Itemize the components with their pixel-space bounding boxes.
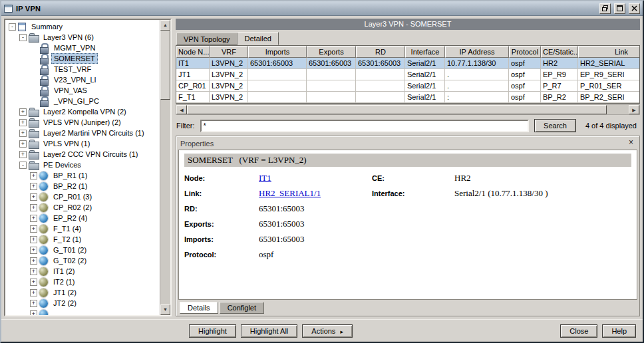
scrollbar-thumb[interactable] (187, 105, 607, 114)
tree-item-label[interactable]: CP_R02 (2) (51, 202, 94, 213)
tree-item[interactable]: +IT1 (2) (7, 266, 160, 277)
tree-item-label[interactable] (51, 312, 56, 315)
table-cell[interactable]: : (445, 92, 509, 103)
table-cell[interactable]: P_R01_SER (578, 80, 640, 92)
tree-item[interactable]: +JT2 (2) (7, 298, 160, 308)
minimize-button[interactable] (599, 3, 611, 14)
table-cell[interactable]: Serial2/1 (405, 58, 445, 69)
highlight-button[interactable]: Highlight (189, 324, 236, 338)
column-header[interactable]: RD (356, 46, 405, 58)
tree-item-label[interactable]: PE Devices (41, 160, 84, 170)
table-cell[interactable] (356, 92, 405, 103)
table-cell[interactable]: 10.77.1.138/30 (445, 58, 509, 69)
expand-toggle-icon[interactable]: + (30, 300, 37, 307)
expand-toggle-icon[interactable]: + (30, 279, 37, 286)
column-header[interactable]: Imports (248, 46, 307, 58)
table-cell[interactable]: ospf (509, 80, 541, 92)
tab-configlet[interactable]: Configlet (220, 302, 264, 314)
tree-item-label[interactable]: Layer3 VPN (6) (41, 32, 96, 43)
tree-item[interactable]: +G_T02 (2) (7, 255, 160, 266)
tree-item-label[interactable]: Summary (29, 21, 65, 32)
table-cell[interactable] (307, 69, 356, 80)
expand-toggle-icon[interactable]: + (30, 172, 37, 179)
search-button[interactable]: Search (534, 119, 576, 132)
tab-details[interactable]: Details (180, 302, 218, 314)
expand-toggle-icon[interactable]: + (30, 247, 37, 254)
tree-item[interactable]: + (7, 308, 160, 315)
expand-toggle-icon[interactable]: + (19, 130, 27, 137)
table-cell[interactable]: L3VPN_2 (210, 80, 248, 92)
table-row[interactable]: F_T1L3VPN_2Serial2/1:ospfBP_R2BP_R2_SERI (176, 92, 640, 103)
scrollbar-thumb[interactable] (160, 31, 170, 100)
scroll-down-button[interactable]: ▼ (160, 304, 170, 315)
table-row[interactable]: JT1L3VPN_2Serial2/1.ospfEP_R9EP_R9_SERI (176, 69, 640, 80)
highlight-all-button[interactable]: Highlight All (241, 324, 297, 338)
close-dialog-button[interactable]: Close (560, 324, 597, 338)
column-header[interactable]: VRF (210, 46, 248, 58)
tree-item[interactable]: -Layer3 VPN (6) (7, 32, 160, 43)
table-cell[interactable]: ospf (509, 69, 541, 80)
column-header[interactable]: Protocol (509, 46, 541, 58)
table-cell[interactable]: HR2_SERIAL (578, 58, 640, 69)
scroll-up-button[interactable]: ▲ (160, 20, 170, 31)
tree-item[interactable]: TEST_VRF (7, 64, 160, 74)
table-cell[interactable]: JT1 (176, 69, 210, 80)
tab-vpn-topology[interactable]: VPN Topology (176, 33, 238, 45)
tree-item-label[interactable]: Layer2 Martini VPN Circuits (1) (41, 128, 147, 138)
tree-item-label[interactable]: BP_R1 (1) (51, 170, 90, 181)
expand-toggle-icon[interactable]: + (30, 257, 37, 265)
tree-item[interactable]: _VPN_GI_PC (7, 96, 160, 106)
tree-item-label[interactable]: VPLS VPN (1) (41, 138, 92, 149)
tree-item-label[interactable]: _VPN_GI_PC (51, 96, 102, 106)
table-cell[interactable]: IT1 (176, 58, 210, 69)
tree-item[interactable]: +IT2 (1) (7, 277, 160, 287)
tree-item-label[interactable]: CP_R01 (3) (51, 191, 94, 202)
tree-item[interactable]: MGMT_VPN (7, 43, 160, 53)
table-cell[interactable] (248, 80, 307, 92)
property-value-link[interactable]: HR2_SERIAL1/1 (259, 188, 372, 199)
tree-item[interactable]: VPN_VAS (7, 85, 160, 96)
collapse-toggle-icon[interactable]: - (19, 34, 27, 41)
tree-item-label[interactable]: JT1 (2) (51, 287, 79, 298)
table-cell[interactable]: 65301:65003 (248, 58, 307, 69)
table-cell[interactable]: . (445, 80, 509, 92)
expand-toggle-icon[interactable]: + (19, 108, 27, 116)
help-button[interactable]: Help (602, 324, 636, 338)
expand-toggle-icon[interactable]: + (30, 204, 37, 211)
window-titlebar[interactable]: IP VPN (1, 1, 643, 16)
tree-item-label[interactable]: IT2 (1) (51, 277, 77, 287)
property-value-link[interactable]: IT1 (259, 173, 372, 183)
table-cell[interactable] (307, 92, 356, 103)
tree-item[interactable]: +F_T1 (4) (7, 223, 160, 234)
table-cell[interactable]: EP_R9 (541, 69, 578, 80)
table-cell[interactable] (356, 80, 405, 92)
table-cell[interactable] (248, 92, 307, 103)
collapse-toggle-icon[interactable]: - (9, 23, 16, 31)
column-header[interactable]: IP Address (445, 46, 509, 58)
tree-item[interactable]: +F_T2 (1) (7, 234, 160, 245)
properties-close-icon[interactable]: × (626, 138, 636, 148)
tree-item[interactable]: +JT1 (2) (7, 287, 160, 298)
scrollbar-track[interactable] (187, 105, 629, 114)
column-header[interactable]: Link (578, 46, 640, 58)
table-horizontal-scrollbar[interactable]: ◀ ▶ (176, 104, 640, 115)
tree-item[interactable]: -Summary (7, 21, 160, 32)
table-cell[interactable]: ospf (509, 58, 541, 69)
table-row[interactable]: CP_R01L3VPN_2Serial2/1.ospfP_R7P_R01_SER (176, 80, 640, 92)
tree-item[interactable]: +VPLS VPN (1) (7, 138, 160, 149)
tree-item[interactable]: +Layer2 Martini VPN Circuits (1) (7, 128, 160, 138)
expand-toggle-icon[interactable]: + (19, 119, 27, 126)
tree-item-label[interactable]: TEST_VRF (51, 64, 94, 74)
close-button[interactable] (629, 3, 640, 14)
maximize-button[interactable] (614, 3, 625, 14)
tree-item-label[interactable]: EP_R2 (4) (51, 213, 90, 223)
expand-toggle-icon[interactable]: + (30, 289, 37, 296)
expand-toggle-icon[interactable]: + (30, 236, 37, 243)
tree-item-label[interactable]: VPN_VAS (51, 85, 90, 96)
column-header[interactable]: Exports (307, 46, 356, 58)
expand-toggle-icon[interactable]: + (30, 193, 37, 201)
table-cell[interactable] (248, 69, 307, 80)
tree-item[interactable]: +BP_R1 (1) (7, 170, 160, 181)
tree-item-label[interactable]: F_T1 (4) (51, 223, 84, 234)
tree-item[interactable]: V23_VPN_LI (7, 74, 160, 85)
